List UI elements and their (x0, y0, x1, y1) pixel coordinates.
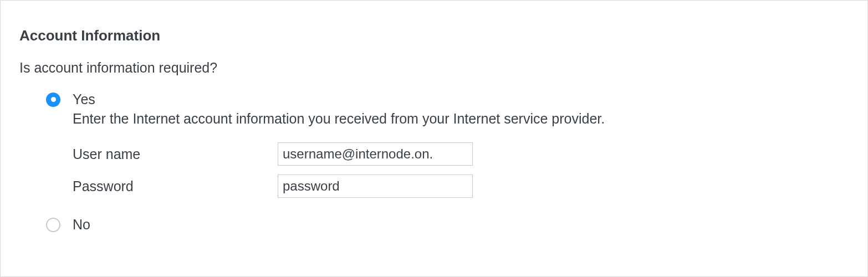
radio-no-label: No (73, 217, 90, 233)
section-title: Account Information (19, 27, 849, 44)
username-label: User name (73, 146, 278, 162)
password-label: Password (73, 178, 278, 194)
password-row: Password (73, 175, 849, 198)
section-question: Is account information required? (19, 60, 849, 76)
account-info-panel: Account Information Is account informati… (0, 0, 868, 277)
radio-yes-label: Yes (73, 91, 95, 107)
radio-row-yes: Yes (46, 91, 849, 107)
radio-yes[interactable] (46, 93, 60, 107)
radio-group-no: No (19, 217, 849, 233)
radio-no[interactable] (46, 218, 60, 232)
username-input[interactable] (278, 142, 473, 166)
yes-content: Enter the Internet account information y… (19, 111, 849, 198)
username-row: User name (73, 142, 849, 166)
radio-row-no: No (46, 217, 849, 233)
radio-dot-icon (51, 97, 56, 102)
password-input[interactable] (278, 175, 473, 198)
instruction-text: Enter the Internet account information y… (73, 111, 849, 127)
radio-group: Yes (19, 91, 849, 107)
